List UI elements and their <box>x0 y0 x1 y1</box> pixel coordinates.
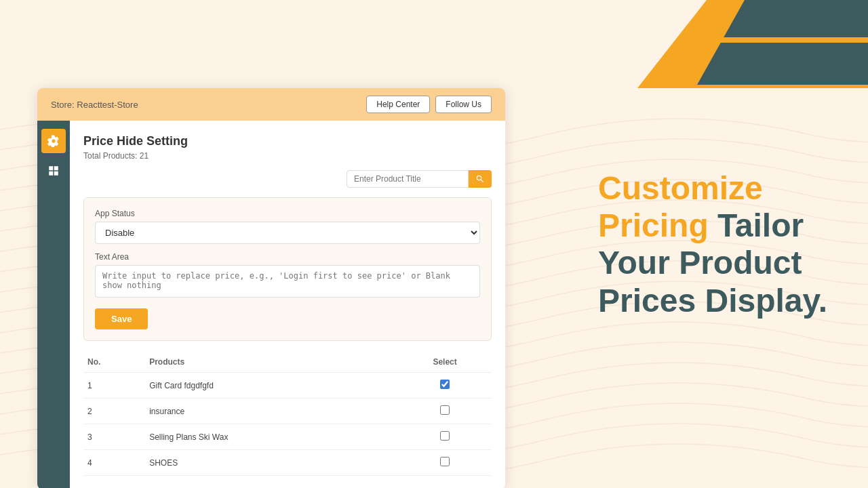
search-icon <box>475 174 485 184</box>
app-window: Store: Reacttest-Store Help Center Follo… <box>37 88 505 488</box>
product-checkbox[interactable] <box>440 457 450 466</box>
marketing-section: Customize Pricing Tailor Your Product Pr… <box>598 169 827 319</box>
cell-select <box>398 373 492 399</box>
text-area-label: Text Area <box>95 252 480 262</box>
search-input[interactable] <box>347 170 469 188</box>
marketing-line4: Prices Display. <box>598 282 827 318</box>
marketing-line3: Your Product <box>598 245 802 281</box>
table-row: 1Gift Card fdgdfgfd <box>83 373 492 399</box>
cell-product: Gift Card fdgdfgfd <box>145 373 398 399</box>
page-title: Price Hide Setting <box>83 134 492 148</box>
decorative-orange-line <box>685 37 868 43</box>
product-checkbox[interactable] <box>440 431 450 441</box>
grid-icon <box>47 165 60 177</box>
cell-product: Selling Plans Ski Wax <box>145 424 398 450</box>
cell-no: 1 <box>83 373 145 399</box>
settings-icon <box>47 135 60 147</box>
products-table: No. Products Select 1Gift Card fdgdfgfd2… <box>83 352 492 476</box>
product-checkbox[interactable] <box>440 405 450 415</box>
cell-select <box>398 450 492 476</box>
cell-no: 2 <box>83 399 145 424</box>
col-no: No. <box>83 352 145 373</box>
sidebar <box>37 121 70 488</box>
marketing-line2-dark: Tailor <box>709 207 804 243</box>
table-row: 3Selling Plans Ski Wax <box>83 424 492 450</box>
app-status-label: App Status <box>95 209 480 218</box>
cell-no: 4 <box>83 450 145 476</box>
col-products: Products <box>145 352 398 373</box>
sidebar-item-settings[interactable] <box>41 129 66 153</box>
store-name: Store: Reacttest-Store <box>51 100 138 110</box>
cell-no: 3 <box>83 424 145 450</box>
settings-card: App Status Disable Enable Text Area Save <box>83 197 492 341</box>
table-row: 2insurance <box>83 399 492 424</box>
app-header: Store: Reacttest-Store Help Center Follo… <box>37 88 505 121</box>
search-wrapper <box>83 170 492 188</box>
table-body: 1Gift Card fdgdfgfd2insurance3Selling Pl… <box>83 373 492 476</box>
cell-product: SHOES <box>145 450 398 476</box>
app-status-select[interactable]: Disable Enable <box>95 222 480 244</box>
follow-us-button[interactable]: Follow Us <box>435 96 492 113</box>
help-center-button[interactable]: Help Center <box>366 96 430 113</box>
top-section: Price Hide Setting Total Products: 21 <box>83 134 492 188</box>
search-button[interactable] <box>469 170 492 188</box>
app-body: Price Hide Setting Total Products: 21 Ap… <box>37 121 505 488</box>
text-area-input[interactable] <box>95 265 480 298</box>
text-area-group: Text Area <box>95 252 480 300</box>
sidebar-item-grid[interactable] <box>41 159 66 183</box>
table-row: 4SHOES <box>83 450 492 476</box>
product-checkbox[interactable] <box>440 380 450 389</box>
marketing-line1: Customize <box>598 170 763 206</box>
marketing-line2-highlight: Pricing <box>598 207 709 243</box>
header-buttons: Help Center Follow Us <box>366 96 492 113</box>
col-select: Select <box>398 352 492 373</box>
cell-select <box>398 399 492 424</box>
marketing-text: Customize Pricing Tailor Your Product Pr… <box>598 169 827 319</box>
cell-product: insurance <box>145 399 398 424</box>
cell-select <box>398 424 492 450</box>
app-status-group: App Status Disable Enable <box>95 209 480 244</box>
total-products-label: Total Products: 21 <box>83 151 492 161</box>
main-content: Price Hide Setting Total Products: 21 Ap… <box>70 121 505 488</box>
table-header: No. Products Select <box>83 352 492 373</box>
save-button[interactable]: Save <box>95 308 148 329</box>
